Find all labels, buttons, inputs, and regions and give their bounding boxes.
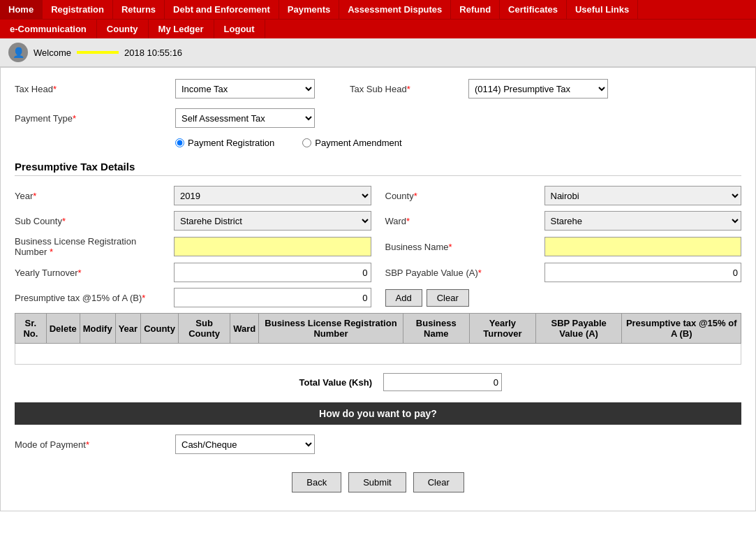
subcounty-ward-row: Sub County* Starehe District Westlands L… (15, 211, 741, 231)
biz-name-col: Business Name* (385, 236, 742, 257)
nav-payments[interactable]: Payments (279, 0, 339, 19)
nav-assessment[interactable]: Assessment Disputes (339, 0, 451, 19)
radio-amendment-label[interactable]: Payment Amendment (302, 138, 401, 148)
pay-banner: How do you want to pay? (15, 402, 741, 425)
tax-head-row: Tax Head* Income Tax Value Added Tax Exc… (15, 79, 741, 98)
nav-returns[interactable]: Returns (113, 0, 165, 19)
radio-row: Payment Registration Payment Amendment (15, 138, 741, 148)
col-sbp: SBP Payable Value (A) (535, 314, 621, 344)
mode-payment-select[interactable]: Cash/Cheque Online Banking Mobile Money (175, 435, 315, 454)
presumptive-label: Presumptive tax @15% of A (B)* (15, 293, 168, 303)
biz-name-input[interactable] (544, 237, 742, 256)
col-turnover: Yearly Turnover (469, 314, 535, 344)
turnover-col: Yearly Turnover* (15, 263, 371, 282)
col-year: Year (115, 314, 140, 344)
nav-home[interactable]: Home (0, 0, 43, 19)
tax-sub-head-select[interactable]: (0114) Presumptive Tax (0115) Other (468, 79, 608, 98)
col-ward: Ward (230, 314, 259, 344)
clear-inline-button[interactable]: Clear (427, 289, 469, 307)
subcounty-col: Sub County* Starehe District Westlands L… (15, 211, 371, 231)
submit-button[interactable]: Submit (348, 472, 406, 492)
back-button[interactable]: Back (292, 472, 341, 492)
subcounty-label: Sub County* (15, 216, 168, 226)
year-select[interactable]: 2019 2018 2017 (174, 186, 371, 205)
county-label: County* (385, 191, 539, 201)
county-col: County* Nairobi Mombasa Kisumu (385, 186, 742, 205)
nav-mysledger[interactable]: My Ledger (149, 20, 214, 38)
welcome-text: Welcome (34, 48, 71, 58)
payment-type-select[interactable]: Self Assessment Tax Installment Tax (175, 108, 315, 128)
section-header: Presumptive Tax Details (15, 161, 741, 176)
mode-payment-label: Mode of Payment* (15, 439, 168, 450)
add-button[interactable]: Add (385, 289, 422, 307)
sbp-input[interactable] (544, 263, 742, 282)
data-table: Sr. No. Delete Modify Year County Sub Co… (15, 313, 741, 365)
total-value-input[interactable] (383, 373, 502, 391)
table-empty-row (15, 344, 741, 365)
sbp-label: SBP Payable Value (A)* (385, 268, 539, 278)
tax-sub-head-label: Tax Sub Head* (350, 84, 461, 94)
biz-license-col: Business License Registration Number * (15, 236, 371, 257)
col-county: County (141, 314, 179, 344)
nav-logout[interactable]: Logout (214, 20, 265, 38)
mode-payment-row: Mode of Payment* Cash/Cheque Online Bank… (15, 435, 741, 454)
tax-head-select[interactable]: Income Tax Value Added Tax Excise Duty (175, 79, 315, 98)
ward-select[interactable]: Starehe Ngara Parklands (544, 211, 742, 231)
yearly-turnover-input[interactable] (174, 263, 371, 282)
sbp-col: SBP Payable Value (A)* (385, 263, 742, 282)
scroll-container[interactable]: Tax Head* Income Tax Value Added Tax Exc… (0, 67, 756, 511)
radio-amendment[interactable] (302, 138, 311, 147)
col-presumptive: Presumptive tax @15% of A (B) (622, 314, 741, 344)
user-name (77, 51, 119, 54)
clear-bottom-button[interactable]: Clear (413, 472, 464, 492)
total-label: Total Value (Ksh) (15, 377, 378, 388)
radio-registration-label[interactable]: Payment Registration (175, 138, 274, 148)
col-delete: Delete (46, 314, 80, 344)
year-county-row: Year* 2019 2018 2017 County* Nairobi Mom… (15, 186, 741, 205)
datetime: 2018 10:55:16 (124, 48, 182, 58)
col-subcounty: Sub County (178, 314, 230, 344)
biz-license-input[interactable] (174, 237, 371, 256)
county-select[interactable]: Nairobi Mombasa Kisumu (544, 186, 742, 205)
biz-license-label: Business License Registration Number * (15, 236, 168, 257)
year-col: Year* 2019 2018 2017 (15, 186, 371, 205)
total-row: Total Value (Ksh) (15, 373, 741, 391)
tax-sub-head-group: Tax Sub Head* (0114) Presumptive Tax (01… (322, 79, 741, 98)
main-content: Tax Head* Income Tax Value Added Tax Exc… (1, 68, 755, 511)
top-nav: Home Registration Returns Debt and Enfor… (0, 0, 756, 19)
col-modify: Modify (80, 314, 115, 344)
nav-certificates[interactable]: Certificates (500, 0, 567, 19)
sub-nav: e-Communication County My Ledger Logout (0, 19, 756, 38)
avatar: 👤 (8, 43, 28, 62)
radio-amendment-text: Payment Amendment (315, 138, 401, 148)
welcome-bar: 👤 Welcome 2018 10:55:16 (0, 38, 756, 67)
nav-refund[interactable]: Refund (451, 0, 500, 19)
payment-type-label: Payment Type* (15, 113, 168, 124)
turnover-sbp-row: Yearly Turnover* SBP Payable Value (A)* (15, 263, 741, 282)
nav-ecommunication[interactable]: e-Communication (0, 20, 97, 38)
biz-name-label: Business Name* (385, 242, 539, 252)
presumptive-input[interactable] (174, 288, 371, 307)
radio-registration-text: Payment Registration (188, 138, 274, 148)
tax-head-label: Tax Head* (15, 84, 168, 94)
col-blrn: Business License Registration Number (259, 314, 403, 344)
ward-label: Ward* (385, 216, 539, 226)
payment-type-row: Payment Type* Self Assessment Tax Instal… (15, 108, 741, 128)
subcounty-select[interactable]: Starehe District Westlands Langata (174, 211, 371, 231)
nav-debt[interactable]: Debt and Enforcement (165, 0, 279, 19)
presumptive-row: Presumptive tax @15% of A (B)* Add Clear (15, 288, 741, 307)
radio-registration[interactable] (175, 138, 184, 147)
nav-registration[interactable]: Registration (43, 0, 113, 19)
turnover-label: Yearly Turnover* (15, 268, 168, 278)
col-srno: Sr. No. (15, 314, 47, 344)
action-btn-col: Add Clear (385, 288, 742, 307)
biz-license-row: Business License Registration Number * B… (15, 236, 741, 257)
col-bizname: Business Name (403, 314, 469, 344)
presumptive-col: Presumptive tax @15% of A (B)* (15, 288, 371, 307)
nav-useful[interactable]: Useful Links (567, 0, 638, 19)
bottom-btns: Back Submit Clear (15, 465, 741, 499)
year-label: Year* (15, 191, 168, 201)
ward-col: Ward* Starehe Ngara Parklands (385, 211, 742, 231)
nav-county[interactable]: County (97, 20, 149, 38)
